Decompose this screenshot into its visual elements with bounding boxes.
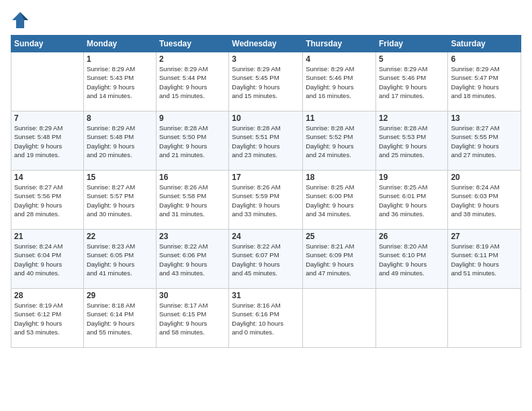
day-number: 10: [232, 113, 300, 123]
day-info: Sunrise: 8:18 AM Sunset: 6:14 PM Dayligh…: [87, 301, 153, 336]
weekday-header-row: SundayMondayTuesdayWednesdayThursdayFrid…: [11, 36, 521, 52]
day-info: Sunrise: 8:20 AM Sunset: 6:10 PM Dayligh…: [379, 242, 445, 277]
day-info: Sunrise: 8:29 AM Sunset: 5:44 PM Dayligh…: [159, 64, 226, 100]
day-info: Sunrise: 8:28 AM Sunset: 5:51 PM Dayligh…: [232, 124, 300, 159]
calendar-cell: 14Sunrise: 8:27 AM Sunset: 5:56 PM Dayli…: [11, 171, 84, 230]
calendar-cell: 15Sunrise: 8:27 AM Sunset: 5:57 PM Dayli…: [83, 171, 156, 230]
day-number: 12: [379, 113, 445, 123]
day-info: Sunrise: 8:17 AM Sunset: 6:15 PM Dayligh…: [159, 301, 226, 336]
calendar-cell: 2Sunrise: 8:29 AM Sunset: 5:44 PM Daylig…: [157, 52, 229, 111]
calendar-cell: 16Sunrise: 8:26 AM Sunset: 5:58 PM Dayli…: [157, 171, 229, 230]
calendar-cell: [303, 289, 376, 348]
weekday-header: Friday: [375, 36, 447, 52]
logo-icon: [11, 11, 30, 30]
calendar-cell: 9Sunrise: 8:28 AM Sunset: 5:50 PM Daylig…: [157, 111, 229, 171]
calendar-cell: 24Sunrise: 8:22 AM Sunset: 6:07 PM Dayli…: [229, 230, 303, 289]
day-number: 18: [306, 173, 373, 182]
day-info: Sunrise: 8:27 AM Sunset: 5:55 PM Dayligh…: [451, 124, 518, 159]
weekday-header: Wednesday: [229, 36, 303, 52]
day-number: 15: [87, 173, 153, 182]
day-info: Sunrise: 8:21 AM Sunset: 6:09 PM Dayligh…: [306, 242, 373, 277]
calendar-week-row: 28Sunrise: 8:19 AM Sunset: 6:12 PM Dayli…: [11, 289, 521, 348]
calendar-cell: 29Sunrise: 8:18 AM Sunset: 6:14 PM Dayli…: [83, 289, 156, 348]
day-info: Sunrise: 8:27 AM Sunset: 5:56 PM Dayligh…: [14, 183, 81, 218]
day-info: Sunrise: 8:19 AM Sunset: 6:12 PM Dayligh…: [14, 301, 81, 336]
day-info: Sunrise: 8:16 AM Sunset: 6:16 PM Dayligh…: [232, 301, 300, 336]
day-info: Sunrise: 8:27 AM Sunset: 5:57 PM Dayligh…: [87, 183, 153, 218]
day-number: 2: [159, 54, 226, 64]
calendar-week-row: 1Sunrise: 8:29 AM Sunset: 5:43 PM Daylig…: [11, 52, 521, 111]
day-number: 11: [306, 113, 373, 123]
calendar-cell: 17Sunrise: 8:26 AM Sunset: 5:59 PM Dayli…: [229, 171, 303, 230]
calendar-cell: 10Sunrise: 8:28 AM Sunset: 5:51 PM Dayli…: [229, 111, 303, 171]
header: [11, 11, 521, 30]
day-info: Sunrise: 8:25 AM Sunset: 6:01 PM Dayligh…: [379, 183, 445, 218]
day-number: 24: [232, 232, 300, 241]
day-info: Sunrise: 8:29 AM Sunset: 5:46 PM Dayligh…: [306, 64, 373, 100]
calendar-cell: 19Sunrise: 8:25 AM Sunset: 6:01 PM Dayli…: [375, 171, 447, 230]
day-info: Sunrise: 8:26 AM Sunset: 5:59 PM Dayligh…: [232, 183, 300, 218]
calendar-cell: 21Sunrise: 8:24 AM Sunset: 6:04 PM Dayli…: [11, 230, 84, 289]
day-info: Sunrise: 8:28 AM Sunset: 5:50 PM Dayligh…: [159, 124, 226, 159]
calendar-cell: [375, 289, 447, 348]
day-number: 9: [159, 113, 226, 123]
day-info: Sunrise: 8:23 AM Sunset: 6:05 PM Dayligh…: [87, 242, 153, 277]
day-info: Sunrise: 8:19 AM Sunset: 6:11 PM Dayligh…: [451, 242, 518, 277]
day-info: Sunrise: 8:25 AM Sunset: 6:00 PM Dayligh…: [306, 183, 373, 218]
day-info: Sunrise: 8:28 AM Sunset: 5:52 PM Dayligh…: [306, 124, 373, 159]
day-number: 28: [14, 291, 81, 300]
day-number: 22: [87, 232, 153, 241]
calendar-cell: 31Sunrise: 8:16 AM Sunset: 6:16 PM Dayli…: [229, 289, 303, 348]
calendar-cell: 4Sunrise: 8:29 AM Sunset: 5:46 PM Daylig…: [303, 52, 376, 111]
day-number: 17: [232, 173, 300, 182]
logo: [11, 11, 31, 30]
calendar-cell: 3Sunrise: 8:29 AM Sunset: 5:45 PM Daylig…: [229, 52, 303, 111]
day-number: 20: [451, 173, 518, 182]
day-number: 26: [379, 232, 445, 241]
day-number: 21: [14, 232, 81, 241]
calendar-cell: 25Sunrise: 8:21 AM Sunset: 6:09 PM Dayli…: [303, 230, 376, 289]
calendar-week-row: 21Sunrise: 8:24 AM Sunset: 6:04 PM Dayli…: [11, 230, 521, 289]
calendar-cell: 6Sunrise: 8:29 AM Sunset: 5:47 PM Daylig…: [448, 52, 521, 111]
day-info: Sunrise: 8:29 AM Sunset: 5:48 PM Dayligh…: [87, 124, 153, 159]
day-number: 31: [232, 291, 300, 300]
day-number: 8: [87, 113, 153, 123]
day-number: 14: [14, 173, 81, 182]
calendar-cell: 7Sunrise: 8:29 AM Sunset: 5:48 PM Daylig…: [11, 111, 84, 171]
day-info: Sunrise: 8:29 AM Sunset: 5:48 PM Dayligh…: [14, 124, 81, 159]
calendar-cell: 28Sunrise: 8:19 AM Sunset: 6:12 PM Dayli…: [11, 289, 84, 348]
weekday-header: Tuesday: [157, 36, 229, 52]
day-number: 27: [451, 232, 518, 241]
calendar-cell: [11, 52, 84, 111]
day-number: 16: [159, 173, 226, 182]
day-number: 3: [232, 54, 300, 64]
calendar-cell: 23Sunrise: 8:22 AM Sunset: 6:06 PM Dayli…: [157, 230, 229, 289]
day-number: 5: [379, 54, 445, 64]
day-number: 23: [159, 232, 226, 241]
day-number: 6: [451, 54, 518, 64]
weekday-header: Thursday: [303, 36, 376, 52]
day-number: 1: [87, 54, 153, 64]
day-info: Sunrise: 8:29 AM Sunset: 5:46 PM Dayligh…: [379, 64, 445, 100]
weekday-header: Saturday: [448, 36, 521, 52]
calendar-cell: 22Sunrise: 8:23 AM Sunset: 6:05 PM Dayli…: [83, 230, 156, 289]
day-number: 7: [14, 113, 81, 123]
day-info: Sunrise: 8:24 AM Sunset: 6:04 PM Dayligh…: [14, 242, 81, 277]
day-number: 29: [87, 291, 153, 300]
calendar-cell: 11Sunrise: 8:28 AM Sunset: 5:52 PM Dayli…: [303, 111, 376, 171]
day-info: Sunrise: 8:29 AM Sunset: 5:47 PM Dayligh…: [451, 64, 518, 100]
calendar-cell: 13Sunrise: 8:27 AM Sunset: 5:55 PM Dayli…: [448, 111, 521, 171]
day-info: Sunrise: 8:26 AM Sunset: 5:58 PM Dayligh…: [159, 183, 226, 218]
day-number: 19: [379, 173, 445, 182]
day-number: 13: [451, 113, 518, 123]
calendar-cell: 1Sunrise: 8:29 AM Sunset: 5:43 PM Daylig…: [83, 52, 156, 111]
day-info: Sunrise: 8:29 AM Sunset: 5:43 PM Dayligh…: [87, 64, 153, 100]
calendar-week-row: 14Sunrise: 8:27 AM Sunset: 5:56 PM Dayli…: [11, 171, 521, 230]
calendar-cell: 26Sunrise: 8:20 AM Sunset: 6:10 PM Dayli…: [375, 230, 447, 289]
day-info: Sunrise: 8:22 AM Sunset: 6:07 PM Dayligh…: [232, 242, 300, 277]
day-number: 4: [306, 54, 373, 64]
weekday-header: Sunday: [11, 36, 84, 52]
day-info: Sunrise: 8:22 AM Sunset: 6:06 PM Dayligh…: [159, 242, 226, 277]
calendar-cell: 5Sunrise: 8:29 AM Sunset: 5:46 PM Daylig…: [375, 52, 447, 111]
calendar-cell: 8Sunrise: 8:29 AM Sunset: 5:48 PM Daylig…: [83, 111, 156, 171]
